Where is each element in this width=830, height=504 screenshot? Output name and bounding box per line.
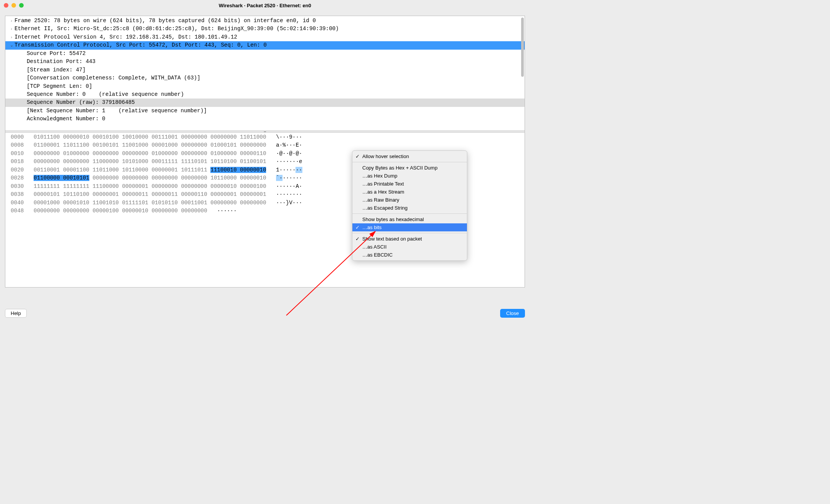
tree-item-stream[interactable]: [Stream index: 47] (5, 66, 525, 74)
maximize-window-icon[interactable] (19, 3, 24, 8)
hex-row[interactable]: 0000 01011100 00000010 00010100 10010000… (11, 133, 525, 141)
menu-item[interactable]: …as Raw Binary (352, 196, 467, 204)
menu-separator (352, 213, 467, 214)
tree-item-acknum[interactable]: Acknowledgment Number: 0 (5, 115, 525, 123)
tree-item-seglen[interactable]: [TCP Segment Len: 0] (5, 82, 525, 90)
menu-item[interactable]: …as Printable Text (352, 180, 467, 188)
chevron-right-icon[interactable]: › (8, 34, 15, 40)
tree-item-nextseq[interactable]: [Next Sequence Number: 1 (relative seque… (5, 107, 525, 115)
menu-separator (352, 162, 467, 162)
window-title: Wireshark · Packet 2520 · Ethernet: en0 (4, 3, 526, 8)
menu-item[interactable]: …as ASCII (352, 243, 467, 251)
chevron-right-icon[interactable]: › (8, 26, 15, 32)
menu-item[interactable]: …as Escaped String (352, 204, 467, 212)
menu-item[interactable]: Copy Bytes as Hex + ASCII Dump (352, 164, 467, 172)
menu-item[interactable]: …as EBCDIC (352, 251, 467, 259)
menu-separator (352, 233, 467, 233)
tree-item-dstport[interactable]: Destination Port: 443 (5, 58, 525, 66)
close-button[interactable]: Close (500, 309, 525, 318)
menu-item[interactable]: Show bytes as hexadecimal (352, 215, 467, 223)
tree-item-seqraw[interactable]: Sequence Number (raw): 3791806485 (5, 99, 525, 107)
tree-item-conversation[interactable]: [Conversation completeness: Complete, WI… (5, 74, 525, 82)
tree-item-frame[interactable]: ›Frame 2520: 78 bytes on wire (624 bits)… (5, 17, 525, 25)
protocol-tree[interactable]: ›Frame 2520: 78 bytes on wire (624 bits)… (5, 16, 525, 124)
splitter-grip-icon (264, 131, 266, 132)
menu-item[interactable]: …as a Hex Stream (352, 188, 467, 196)
minimize-window-icon[interactable] (11, 3, 16, 8)
tree-item-srcport[interactable]: Source Port: 55472 (5, 50, 525, 58)
menu-item[interactable]: Allow hover selection (352, 152, 467, 160)
menu-item[interactable]: …as Hex Dump (352, 172, 467, 180)
scrollbar[interactable] (521, 18, 524, 77)
menu-item[interactable]: Show text based on packet (352, 235, 467, 243)
tree-item-tcp[interactable]: ⌄Transmission Control Protocol, Src Port… (5, 41, 525, 49)
help-button[interactable]: Help (5, 309, 27, 318)
close-window-icon[interactable] (4, 3, 8, 8)
tree-item-ip[interactable]: ›Internet Protocol Version 4, Src: 192.1… (5, 33, 525, 41)
context-menu[interactable]: Allow hover selectionCopy Bytes as Hex +… (352, 150, 467, 261)
footer: Help Close (5, 309, 525, 318)
packet-details-pane[interactable]: ›Frame 2520: 78 bytes on wire (624 bits)… (5, 16, 525, 131)
tree-item-seqnum[interactable]: Sequence Number: 0 (relative sequence nu… (5, 90, 525, 99)
tree-item-ethernet[interactable]: ›Ethernet II, Src: Micro-St_dc:25:c8 (00… (5, 25, 525, 33)
chevron-right-icon[interactable]: › (8, 18, 15, 24)
menu-item[interactable]: …as bits (352, 223, 467, 231)
window-controls (4, 3, 24, 8)
chevron-down-icon[interactable]: ⌄ (8, 42, 15, 48)
titlebar: Wireshark · Packet 2520 · Ethernet: en0 (0, 0, 530, 11)
hex-row[interactable]: 0008 01100001 11011100 00100101 11001000… (11, 141, 525, 149)
